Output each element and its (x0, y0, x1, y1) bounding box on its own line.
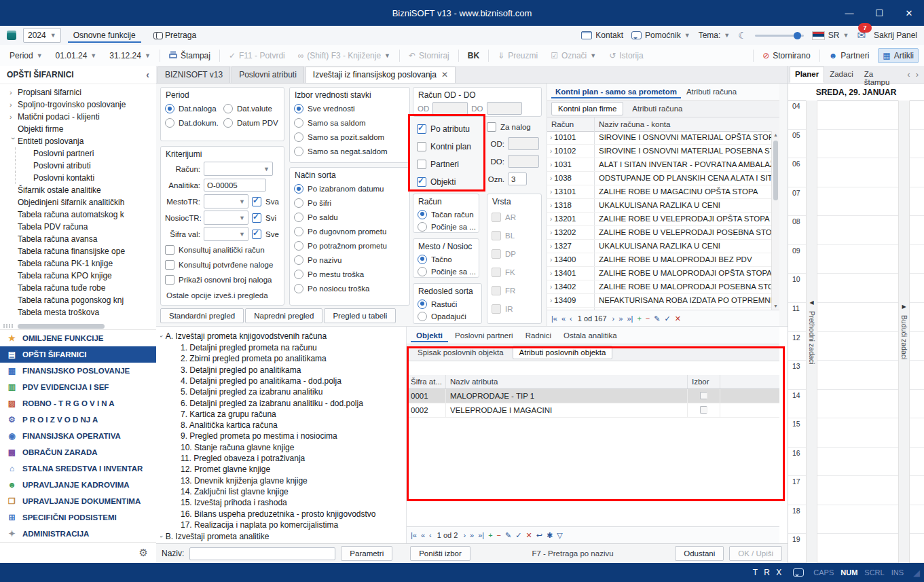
edit-row-icon[interactable]: ✎ (654, 314, 660, 323)
prev-group-icon[interactable]: « (561, 314, 566, 323)
planner-tab[interactable]: Zadaci (824, 67, 859, 83)
report-item[interactable]: 3. Detaljni pregled po analitikama (160, 365, 405, 376)
pregled-button[interactable]: Pregled u tabeli (324, 308, 396, 323)
filter-icon[interactable]: ▽ (557, 531, 562, 540)
first-page-icon[interactable]: |« (411, 531, 417, 539)
reports-section-b[interactable]: › B. Izveštaji prometa analitike (160, 530, 405, 542)
report-item[interactable]: 1. Detaljni pregled prometa na računu (160, 342, 405, 353)
close-button[interactable]: ✕ (894, 0, 924, 26)
prev-page-icon[interactable]: ‹ (429, 531, 432, 539)
objekti-tab[interactable]: Radnici (520, 329, 557, 342)
objekti-tab[interactable]: Poslovni partneri (449, 329, 519, 342)
row-expander-icon[interactable]: › (550, 147, 552, 155)
add-row-icon[interactable]: + (637, 314, 641, 323)
sifraval-sve-checkbox[interactable]: Sve (252, 227, 279, 241)
period-radio-option[interactable]: Datum PDV (223, 116, 282, 130)
edit-row-icon[interactable]: ✎ (505, 531, 511, 540)
add-row-icon[interactable]: + (488, 531, 492, 539)
kriterijumi-checkbox[interactable]: Prikaži osnovni broj naloga (165, 272, 280, 287)
period-radio-option[interactable]: Dat.valute (223, 102, 282, 116)
pomocnik-button[interactable]: Pomoćnik ▼ (631, 31, 690, 40)
column-header-sifra[interactable]: Šifra at... (407, 375, 446, 388)
tree-item[interactable]: Poslovni atributi (15, 160, 156, 172)
module-item[interactable]: ▤ OPŠTI ŠIFARNICI (0, 346, 156, 363)
konto-row[interactable]: › 13400 ZALIHE ROBE U MALOPRODAJI BEZ PD… (547, 253, 772, 267)
ozn-field[interactable]: 3 (508, 172, 527, 185)
collapse-sidebar-icon[interactable]: ‹ (146, 69, 149, 80)
tree-item[interactable]: Tabela računa automatskog k (0, 208, 156, 221)
buduci-zadaci-strip[interactable]: ▶ Budući zadaci (898, 101, 910, 563)
module-item[interactable]: ⚙ P R O I Z V O D NJ A (0, 412, 156, 428)
next-group-icon[interactable]: » (470, 531, 474, 539)
objekti-tab[interactable]: Objekti (411, 329, 448, 342)
report-item[interactable]: 4. Detaljni pregled po analitikama - dod… (160, 376, 405, 386)
prethodni-zadaci-strip[interactable]: ◀ Prethodni zadaci (806, 101, 817, 563)
close-tab-icon[interactable]: ✕ (441, 70, 448, 79)
konto-row[interactable]: › 1327 UKALKULISANA RAZLIKA U CENI (547, 240, 772, 253)
resize-grip-icon[interactable]: ◢ (913, 568, 920, 578)
atribut-checkbox[interactable]: Objekti (417, 173, 471, 191)
scroll-tabs-right-icon[interactable]: › (916, 69, 919, 79)
date-to-dropdown[interactable]: 31.12.24 ▼ (105, 49, 155, 62)
tree-item[interactable]: Tabela računa finansijske ope (0, 245, 156, 257)
scroll-up-icon[interactable]: ▲ (773, 131, 778, 139)
report-item[interactable]: 6. Detaljni pregled za izabranu analitik… (160, 397, 405, 408)
nalog-do-field[interactable] (508, 155, 539, 168)
nacin-sorta-radio-option[interactable]: Po dugovnom prometu (294, 225, 405, 239)
konto-row[interactable]: › 13202 ZALIHE ROBE U VELEPRODAJI POSEBN… (547, 226, 772, 240)
module-item[interactable]: ▦ FINANSIJSKO POSLOVANJE (0, 363, 156, 379)
izbor-checkbox[interactable] (700, 406, 707, 414)
nacin-sorta-radio-option[interactable]: Po nosiocu troška (294, 282, 405, 296)
tree-item[interactable]: › Propisani šifarnici (0, 86, 156, 98)
hscroll-thumb[interactable] (18, 324, 105, 329)
document-tab[interactable]: Izveštaji iz finansijskog poslovanja ✕ (306, 67, 456, 83)
grid-vscrollbar[interactable]: ▲ ▼ (771, 131, 779, 310)
reports-section-a[interactable]: › A. Izveštaji prometa knjigovodstvenih … (160, 331, 405, 342)
nacin-sorta-radio-option[interactable]: Po saldu (294, 211, 405, 225)
nosioctr-svi-checkbox[interactable]: Svi (252, 211, 276, 225)
row-expander-icon[interactable]: › (550, 161, 552, 168)
planner-tab[interactable]: Planer (790, 67, 824, 83)
column-header-naziv-atributa[interactable]: Naziv atributa (446, 375, 688, 388)
racun-do-field[interactable] (487, 102, 522, 115)
preuzmi-button[interactable]: ⇓ Preuzmi (494, 49, 542, 62)
ostale-opcije-link[interactable]: Ostale opcije izveš.i pregleda (165, 291, 280, 299)
prev-page-icon[interactable]: ‹ (570, 314, 572, 323)
kontni-plan-tab[interactable]: Kontni plan - samo sa prometom (551, 85, 681, 98)
module-item[interactable]: ▨ ROBNO - T R G O V I N A (0, 395, 156, 412)
report-item[interactable]: 17. Realizacija i naplata po komercijali… (160, 520, 405, 530)
tree-item[interactable]: Poslovni partneri (15, 147, 156, 160)
mestotr-sva-checkbox[interactable]: Sva (252, 194, 279, 208)
column-header-izbor[interactable]: Izbor (688, 375, 720, 388)
refresh-icon[interactable]: ✱ (547, 531, 553, 540)
report-item[interactable]: 15. Izveštaj prihoda i rashoda (160, 497, 405, 508)
storniraj-button[interactable]: ↶ Storniraj (405, 49, 454, 62)
period-radio-option[interactable]: Dat.dokum. (165, 116, 223, 130)
ok-upisi-button[interactable]: OK / Upiši (729, 546, 782, 561)
tree-item[interactable]: › Spoljno-trgovinsko poslovanje (0, 98, 156, 111)
row-expander-icon[interactable]: › (550, 297, 552, 304)
minimize-button[interactable]: — (834, 0, 864, 26)
row-expander-icon[interactable]: › (550, 270, 552, 277)
konto-row[interactable]: › 13409 NEFAKTURISANA ROBA IZDATA PO OTP… (547, 294, 772, 308)
za-nalog-checkbox[interactable]: Za nalog (487, 119, 541, 135)
next-page-icon[interactable]: › (463, 531, 466, 539)
mestotr-combobox[interactable]: ▼ (204, 194, 248, 208)
nacin-sorta-radio-option[interactable]: Po potražnom prometu (294, 239, 405, 253)
knjizenje-button[interactable]: ∞ (Shift) F3 - Knjiženje ▼ (294, 49, 394, 62)
atribut-row[interactable]: 0001 MALOPRODAJE - TIP 1 (407, 389, 779, 403)
tree-item[interactable]: Objedinjeni šifarnik analitičkih (0, 196, 156, 208)
chat-icon[interactable] (793, 568, 804, 577)
row-expander-icon[interactable]: › (550, 229, 552, 236)
report-item[interactable]: 13. Dnevnik knjiženja glavne knjige (160, 475, 405, 486)
module-item[interactable]: ✦ ADMINISTRACIJA (0, 526, 156, 542)
vscroll-thumb[interactable] (773, 141, 778, 200)
undo-edit-icon[interactable]: ↩ (536, 531, 542, 540)
konto-row[interactable]: › 1038 ODSTUPANJE OD PLANSKIH CENA ALATA… (547, 172, 772, 185)
cancel-icon[interactable]: ✕ (525, 531, 532, 540)
module-item[interactable]: ◉ FINANSIJSKA OPERATIVA (0, 428, 156, 444)
kontni-plan-inner-tab[interactable]: Kontni plan firme (551, 102, 623, 115)
analitika-field[interactable]: O-00005 (204, 179, 266, 192)
report-item[interactable]: 10. Stanje računa glavne knjige (160, 442, 405, 453)
objekti-tab[interactable]: Ostala analitika (558, 329, 623, 342)
